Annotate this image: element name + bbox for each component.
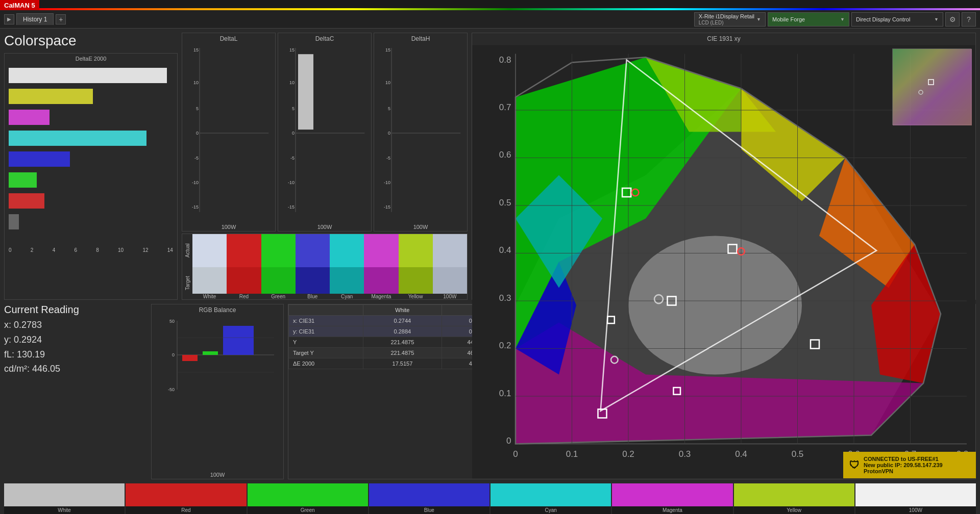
delta-c-chart: DeltaC 15 10 5 0 -5 -10 -15 xyxy=(278,33,372,232)
swatch-actual-blue xyxy=(296,234,330,267)
x-label: x: xyxy=(4,320,11,330)
bar-chart xyxy=(7,64,175,247)
color-strips-row: White Red Green Blue Cyan Magenta Yellow xyxy=(4,483,976,514)
swatch-label-white: White xyxy=(192,294,227,299)
display-name: Direct Display Control xyxy=(856,16,932,22)
swatch-label-blue: Blue xyxy=(296,294,330,299)
strip-red[interactable]: Red xyxy=(126,483,246,514)
swatch-target-white xyxy=(192,267,227,294)
svg-text:-10: -10 xyxy=(192,180,199,185)
strip-white[interactable]: White xyxy=(4,483,125,514)
strip-label-blue: Blue xyxy=(369,506,489,514)
svg-point-60 xyxy=(628,236,802,375)
history-tab[interactable]: History 1 xyxy=(16,13,54,25)
y-value: 0.2924 xyxy=(14,335,42,345)
main-content: Colorspace DeltaE 2000 xyxy=(0,29,980,514)
tab-prev-button[interactable]: ▶ xyxy=(4,14,14,24)
deltae-chart: DeltaE 2000 xyxy=(4,53,178,300)
strip-blue[interactable]: Blue xyxy=(369,483,489,514)
svg-text:-15: -15 xyxy=(288,204,295,210)
svg-text:0.4: 0.4 xyxy=(735,449,747,459)
svg-text:-15: -15 xyxy=(384,204,390,210)
swatch-target-green xyxy=(261,267,296,294)
cie-inset xyxy=(892,48,971,125)
strip-color-cyan xyxy=(491,483,611,506)
target-swatches xyxy=(192,267,467,294)
display-arrow-icon: ▼ xyxy=(934,17,939,22)
strip-color-100w xyxy=(855,483,976,506)
svg-text:0.6: 0.6 xyxy=(499,150,511,160)
add-tab-button[interactable]: + xyxy=(56,14,66,24)
tab-bar-right: X-Rite i1Display Retail LCD (LED) ▼ Mobi… xyxy=(694,12,976,27)
strip-magenta[interactable]: Magenta xyxy=(612,483,732,514)
bar-cyan xyxy=(9,131,146,146)
delta-l-title: DeltaL xyxy=(182,33,275,43)
svg-text:0.1: 0.1 xyxy=(566,449,578,459)
x-axis-labels: 0 2 4 6 8 10 12 14 xyxy=(7,247,175,253)
forge-arrow-icon: ▼ xyxy=(840,17,845,22)
svg-rect-18 xyxy=(298,54,313,130)
swatch-target-magenta xyxy=(364,267,398,294)
swatch-target-red xyxy=(227,267,261,294)
bar-black xyxy=(9,214,19,229)
swatch-target-100w xyxy=(433,267,467,294)
vpn-notification: 🛡 CONNECTED to US-FREE#1 New public IP: … xyxy=(843,452,976,478)
strip-label-magenta: Magenta xyxy=(612,506,732,514)
delta-h-label: 100W xyxy=(374,223,467,231)
delta-l-chart: DeltaL 15 10 5 0 -5 -10 -15 xyxy=(182,33,276,232)
swatch-target-yellow xyxy=(399,267,433,294)
row-label-de2000: ΔE 2000 xyxy=(289,358,363,369)
vpn-service: ProtonVPN xyxy=(864,468,943,474)
delta-h-title: DeltaH xyxy=(374,33,467,43)
delta-charts-row: DeltaL 15 10 5 0 -5 -10 -15 xyxy=(182,33,468,232)
direct-display-dropdown[interactable]: Direct Display Control ▼ xyxy=(851,12,943,27)
delta-l-area: 15 10 5 0 -5 -10 -15 xyxy=(182,43,275,223)
cell-x-white: 0.2744 xyxy=(363,316,442,326)
vpn-status: CONNECTED to US-FREE#1 xyxy=(864,456,943,462)
strip-label-red: Red xyxy=(126,506,246,514)
bar-row-cyan xyxy=(9,128,173,148)
delta-c-svg: 15 10 5 0 -5 -10 -15 xyxy=(280,45,369,221)
cell-y-white: 0.2884 xyxy=(363,326,442,337)
left-panel: Colorspace DeltaE 2000 xyxy=(4,33,178,300)
cell-ty-white: 221.4875 xyxy=(363,348,442,358)
mobile-forge-dropdown[interactable]: Mobile Forge ▼ xyxy=(768,12,849,27)
bar-red xyxy=(9,193,44,209)
swatch-labels: White Red Green Blue Cyan Magenta Yellow… xyxy=(192,294,467,299)
xrite-dropdown[interactable]: X-Rite i1Display Retail LCD (LED) ▼ xyxy=(694,12,766,27)
forge-name: Mobile Forge xyxy=(772,16,838,22)
delta-c-title: DeltaC xyxy=(278,33,371,43)
svg-text:-5: -5 xyxy=(194,156,199,161)
reading-fl: fL: 130.19 xyxy=(4,347,147,362)
reading-cdm2: cd/m²: 446.05 xyxy=(4,362,147,376)
top-bar: CalMAN 5 xyxy=(0,0,980,10)
svg-text:50: 50 xyxy=(169,319,175,324)
col-header-white: White xyxy=(363,305,442,316)
settings-button[interactable]: ⚙ xyxy=(945,12,960,27)
middle-panel: DeltaL 15 10 5 0 -5 -10 -15 xyxy=(182,33,468,300)
svg-text:10: 10 xyxy=(385,80,390,85)
bar-blue xyxy=(9,151,70,167)
delta-l-svg: 15 10 5 0 -5 -10 -15 xyxy=(184,45,273,221)
deltae-title: DeltaE 2000 xyxy=(7,56,175,62)
actual-swatches xyxy=(192,234,467,267)
strip-cyan[interactable]: Cyan xyxy=(491,483,611,514)
swatch-label-yellow: Yellow xyxy=(399,294,433,299)
vpn-ip: New public IP: 209.58.147.239 xyxy=(864,462,943,468)
svg-text:-5: -5 xyxy=(386,156,390,161)
svg-text:0.5: 0.5 xyxy=(792,449,804,459)
strip-color-green xyxy=(248,483,368,506)
svg-text:0: 0 xyxy=(196,131,199,136)
help-button[interactable]: ? xyxy=(962,12,976,27)
strip-yellow[interactable]: Yellow xyxy=(734,483,854,514)
reading-values: x: 0.2783 y: 0.2924 fL: 130.19 cd/m²: 44… xyxy=(4,318,147,376)
rainbow-bar xyxy=(39,8,980,10)
actual-label: Actual xyxy=(182,234,192,267)
strip-green[interactable]: Green xyxy=(248,483,368,514)
cell-de-white: 17.5157 xyxy=(363,358,442,369)
strip-label-cyan: Cyan xyxy=(491,506,611,514)
strip-label-white: White xyxy=(4,506,125,514)
swatch-label-magenta: Magenta xyxy=(364,294,398,299)
bar-row-blue xyxy=(9,149,173,169)
strip-100w[interactable]: 100W xyxy=(855,483,976,514)
